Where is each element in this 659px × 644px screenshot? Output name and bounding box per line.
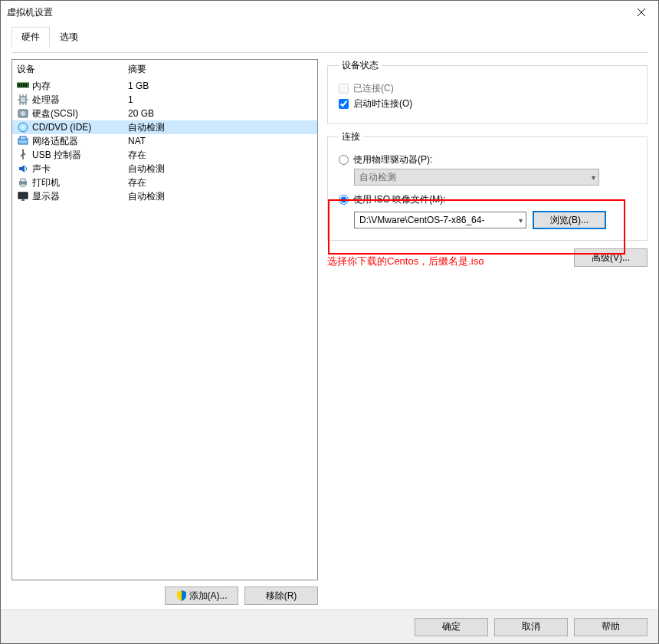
svg-point-9 (22, 127, 25, 129)
col-device: 设备 (17, 63, 128, 76)
device-name: 处理器 (32, 94, 128, 107)
connected-checkbox (339, 84, 349, 94)
connection-group: 连接 使用物理驱动器(P): 自动检测 ▾ 使用 ISO 映像文件(M): D:… (327, 130, 648, 241)
left-panel: 设备 摘要 内存1 GB处理器1硬盘(SCSI)20 GBCD/DVD (IDE… (11, 59, 318, 605)
use-iso-radio-row[interactable]: 使用 ISO 映像文件(M): (339, 193, 636, 206)
device-summary: 1 GB (128, 80, 313, 91)
connected-label: 已连接(C) (353, 82, 394, 95)
device-summary: 自动检测 (128, 121, 313, 134)
use-iso-radio[interactable] (339, 195, 349, 205)
poweron-label: 启动时连接(O) (353, 97, 412, 110)
svg-rect-4 (25, 84, 27, 87)
ok-button[interactable]: 确定 (415, 618, 488, 636)
cancel-button[interactable]: 取消 (494, 618, 568, 636)
device-name: 硬盘(SCSI) (32, 107, 128, 120)
device-list-header: 设备 摘要 (12, 60, 317, 79)
sound-icon (17, 163, 29, 175)
device-row[interactable]: CD/DVD (IDE)自动检测 (12, 120, 317, 134)
device-status-group: 设备状态 已连接(C) 启动时连接(O) (327, 59, 648, 124)
device-summary: NAT (128, 136, 313, 146)
device-name: USB 控制器 (32, 149, 128, 162)
device-status-legend: 设备状态 (339, 59, 382, 72)
device-row[interactable]: 打印机存在 (12, 176, 317, 189)
physical-drive-combo: 自动检测 ▾ (354, 169, 599, 186)
svg-rect-16 (18, 192, 28, 199)
printer-icon (17, 176, 29, 189)
device-row[interactable]: 声卡自动检测 (12, 162, 317, 176)
device-name: 内存 (32, 80, 128, 93)
tabs: 硬件 选项 (1, 24, 658, 48)
annotation-text: 选择你下载的Centos，后缀名是.iso (327, 255, 574, 268)
display-icon (17, 190, 29, 202)
dialog-footer: 确定 取消 帮助 (1, 610, 658, 643)
shield-icon (176, 590, 187, 601)
device-summary: 存在 (128, 176, 313, 189)
nic-icon (17, 135, 29, 147)
svg-rect-14 (21, 179, 25, 182)
close-button[interactable] (624, 1, 658, 24)
connected-checkbox-row: 已连接(C) (339, 82, 636, 95)
iso-path-row: D:\VMware\CentOS-7-x86_64- ▾ 浏览(B)... (354, 211, 636, 229)
cd-icon (17, 121, 29, 133)
help-button[interactable]: 帮助 (574, 618, 648, 636)
remove-button[interactable]: 移除(R) (244, 586, 318, 605)
svg-rect-5 (20, 97, 26, 103)
poweron-checkbox-row[interactable]: 启动时连接(O) (339, 97, 636, 110)
tabs-divider (11, 52, 648, 53)
tab-options[interactable]: 选项 (50, 27, 88, 48)
svg-rect-3 (23, 84, 25, 87)
device-name: 声卡 (32, 163, 128, 176)
svg-rect-15 (21, 184, 25, 186)
add-button-label: 添加(A)... (189, 590, 228, 603)
svg-point-12 (22, 150, 24, 151)
physical-drive-value: 自动检测 (359, 171, 396, 184)
poweron-checkbox[interactable] (339, 99, 349, 109)
device-row[interactable]: 内存1 GB (12, 79, 317, 93)
device-summary: 自动检测 (128, 163, 313, 176)
device-list: 设备 摘要 内存1 GB处理器1硬盘(SCSI)20 GBCD/DVD (IDE… (11, 59, 318, 580)
browse-button[interactable]: 浏览(B)... (533, 211, 606, 229)
memory-icon (17, 80, 29, 92)
use-iso-label: 使用 ISO 映像文件(M): (353, 193, 446, 206)
left-buttons: 添加(A)... 移除(R) (11, 580, 318, 605)
device-name: 网络适配器 (32, 135, 128, 148)
connection-legend: 连接 (339, 130, 363, 143)
svg-point-7 (21, 111, 25, 116)
iso-path-value: D:\VMware\CentOS-7-x86_64- (359, 215, 484, 225)
physical-drive-combo-wrap: 自动检测 ▾ (354, 169, 636, 186)
advanced-button[interactable]: 高级(V)... (574, 248, 648, 267)
col-summary: 摘要 (128, 63, 313, 76)
main-area: 设备 摘要 内存1 GB处理器1硬盘(SCSI)20 GBCD/DVD (IDE… (1, 48, 658, 610)
device-name: 显示器 (32, 190, 128, 203)
use-physical-label: 使用物理驱动器(P): (353, 153, 432, 166)
device-row[interactable]: 网络适配器NAT (12, 134, 317, 148)
use-physical-radio[interactable] (339, 155, 349, 165)
device-summary: 自动检测 (128, 190, 313, 203)
svg-rect-17 (21, 199, 25, 201)
svg-rect-11 (20, 136, 26, 140)
cpu-icon (17, 94, 29, 106)
window-title: 虚拟机设置 (7, 6, 53, 19)
svg-rect-2 (21, 84, 22, 87)
add-button[interactable]: 添加(A)... (165, 586, 238, 605)
chevron-down-icon: ▾ (592, 173, 595, 182)
tab-hardware[interactable]: 硬件 (11, 27, 50, 48)
svg-rect-1 (18, 84, 20, 87)
device-name: 打印机 (32, 176, 128, 189)
device-summary: 1 (128, 94, 313, 105)
device-row[interactable]: 处理器1 (12, 93, 317, 107)
use-physical-radio-row[interactable]: 使用物理驱动器(P): (339, 153, 636, 166)
usb-icon (17, 149, 29, 161)
title-bar: 虚拟机设置 (1, 1, 658, 24)
chevron-down-icon[interactable]: ▾ (519, 216, 523, 225)
close-icon (638, 8, 645, 16)
device-summary: 20 GB (128, 108, 313, 119)
device-row[interactable]: USB 控制器存在 (12, 148, 317, 162)
device-name: CD/DVD (IDE) (32, 122, 128, 133)
disk-icon (17, 107, 29, 120)
right-panel: 设备状态 已连接(C) 启动时连接(O) 连接 使用物理驱动器(P): 自动检测… (327, 59, 648, 605)
device-summary: 存在 (128, 149, 313, 162)
device-row[interactable]: 硬盘(SCSI)20 GB (12, 107, 317, 120)
iso-path-combo[interactable]: D:\VMware\CentOS-7-x86_64- ▾ (354, 212, 526, 228)
device-row[interactable]: 显示器自动检测 (12, 189, 317, 203)
